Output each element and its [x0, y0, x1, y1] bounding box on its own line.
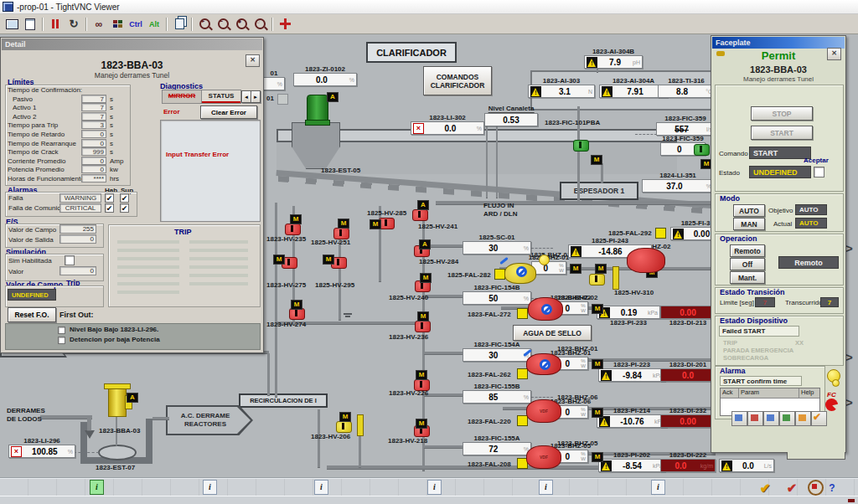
instrument-1823-FIC-359[interactable]: 1823-FIC-359557l/s	[656, 122, 715, 136]
off-button[interactable]: Off	[730, 258, 765, 270]
instrument-1823-PI-202[interactable]: 1823-PI-202-8.54kPa	[598, 459, 665, 472]
first-out-checkbox[interactable]	[58, 337, 65, 344]
mode-badge-m[interactable]: M	[592, 408, 603, 418]
group-display-icon[interactable]	[779, 411, 795, 426]
instrument-1823-AI-303[interactable]: 1823-AI-3033.1N	[528, 85, 595, 98]
instrument-1823-FIC-154B[interactable]: 1823-FIC-154B50%	[463, 291, 531, 305]
auto-button[interactable]: AUTO	[733, 204, 765, 217]
instrument-1823-FIC-155B[interactable]: 1823-FIC-155B85%	[463, 390, 531, 404]
limites-value[interactable]: 999	[81, 147, 106, 156]
mode-badge-m[interactable]: M	[595, 264, 607, 274]
mode-badge-m[interactable]: M	[592, 304, 603, 314]
tab-scroll-right-icon[interactable]: ►	[251, 90, 261, 103]
trend-icon[interactable]	[763, 411, 779, 426]
limites-value[interactable]: 0	[81, 130, 106, 138]
valve-icon[interactable]	[589, 274, 605, 285]
mode-badge-m[interactable]: M	[592, 452, 603, 462]
falla-com-sup-checkbox[interactable]: ✔	[120, 203, 129, 213]
limites-value[interactable]: 7	[81, 103, 106, 111]
faceplate-titlebar[interactable]: Faceplate	[712, 37, 845, 49]
instrument-1823-FIC-154A[interactable]: 1823-FIC-154A30%	[463, 348, 531, 362]
rake-motor-icon[interactable]	[307, 95, 328, 123]
mode-badge-a[interactable]: A	[417, 200, 429, 210]
instrument-1823-DI-232[interactable]: 1823-DI-2320.00	[660, 414, 716, 428]
valve-icon[interactable]	[336, 421, 352, 433]
alarm-square[interactable]	[517, 368, 528, 379]
help-button[interactable]: ?	[824, 480, 840, 496]
mode-badge-m[interactable]: M	[420, 273, 432, 283]
limites-value[interactable]: 3	[81, 121, 106, 129]
ack-check-icon[interactable]: ✔	[811, 411, 827, 426]
falla-hab-checkbox[interactable]: ✔	[105, 193, 114, 203]
mode-badge-m[interactable]: M	[291, 300, 302, 310]
valve-icon[interactable]	[414, 379, 430, 391]
mode-badge-a[interactable]: A	[419, 239, 431, 249]
valor-campo-value[interactable]: 255	[59, 224, 96, 234]
comandos-clarificador-button[interactable]: COMANDOSCLARIFICADOR	[423, 66, 492, 95]
mode-badge-a[interactable]: A	[127, 393, 138, 403]
falla-sup-checkbox[interactable]: ✔	[120, 193, 129, 203]
instrument-1825-BHZ-01[interactable]: 1825-BHZ-010%W	[531, 261, 566, 275]
valve-icon[interactable]	[412, 209, 428, 221]
mode-badge-m[interactable]: M	[290, 214, 302, 224]
alarm-square[interactable]	[655, 228, 666, 239]
mode-badge-m[interactable]: M	[338, 219, 349, 229]
stop-button[interactable]: STOP	[751, 106, 813, 121]
valve-icon[interactable]	[694, 144, 710, 156]
mode-badge-m[interactable]: M	[416, 370, 427, 380]
limites-value[interactable]: 0	[81, 157, 106, 165]
mode-badge-m[interactable]: M	[417, 311, 429, 321]
instrument-1823-FIC-155A[interactable]: 1823-FIC-155A72%	[463, 442, 531, 455]
mode-badge-m[interactable]: M	[591, 155, 602, 165]
mode-badge-a[interactable]: A	[327, 92, 339, 102]
pump-icon[interactable]	[627, 248, 665, 273]
limites-value[interactable]: ****	[81, 174, 106, 183]
agua-de-sello-button[interactable]: AGUA DE SELLO	[513, 325, 592, 341]
info-button[interactable]: i	[651, 480, 665, 495]
sim-hab-checkbox[interactable]	[65, 255, 75, 265]
info-button[interactable]: i	[427, 480, 442, 495]
instrument-value[interactable]: 0.0L/s	[719, 459, 774, 472]
mant-button[interactable]: Mant.	[730, 271, 765, 284]
instrument-1823-TI-316[interactable]: 1823-TI-3168.8°C	[658, 85, 715, 98]
tab-mirror[interactable]: MIRROR	[162, 90, 202, 104]
valve-icon[interactable]	[573, 140, 589, 152]
instrument-1825-SC-01[interactable]: 1825-SC-0130%	[463, 241, 531, 255]
limites-value[interactable]: 0	[81, 139, 106, 147]
info-button[interactable]: i	[90, 480, 104, 495]
instrument-1824-LI-351[interactable]: 1824-LI-35137.0%	[642, 179, 714, 193]
instrument-1823-DI-222[interactable]: 1823-DI-2220.0kg/m	[660, 459, 716, 472]
instrument-1823-PI-233[interactable]: 1823-PI-2330.19kPa	[597, 306, 660, 319]
page-chevron-right[interactable]: >	[845, 395, 853, 409]
chart-edit-icon[interactable]	[795, 411, 811, 426]
mode-badge-m[interactable]: M	[570, 264, 581, 274]
mode-badge-m[interactable]: M	[592, 359, 603, 369]
aceptar-checkbox[interactable]	[814, 167, 824, 177]
mode-badge-m[interactable]: M	[273, 255, 285, 265]
limites-value[interactable]: 0	[81, 165, 106, 173]
instrument-1823-LI-296[interactable]: 1823-LI-296×100.85%	[8, 445, 75, 458]
limites-value[interactable]: 7	[81, 95, 106, 103]
valve-icon[interactable]	[285, 224, 301, 235]
info-button[interactable]: i	[314, 480, 328, 495]
instrument-1823-DI-201[interactable]: 1823-DI-2010.0	[660, 368, 716, 382]
mode-badge-m[interactable]: M	[339, 412, 351, 422]
instrument-01[interactable]: 01%	[263, 77, 285, 90]
tab-status[interactable]: STATUS	[201, 90, 241, 104]
alarm-summary-icon[interactable]	[747, 411, 763, 426]
close-icon[interactable]: ✕	[827, 48, 841, 60]
first-out-checkbox[interactable]	[58, 327, 65, 334]
report-search-icon[interactable]	[731, 411, 747, 426]
reset-fo-button[interactable]: Reset F.O.	[8, 307, 56, 322]
bba03-pump-icon[interactable]	[108, 388, 127, 417]
remoto-button[interactable]: Remoto	[730, 244, 765, 257]
instrument-Nivel Canaleta[interactable]: Nivel Canaleta0.53	[484, 113, 538, 126]
valve-icon[interactable]	[333, 228, 349, 239]
detail-panel-titlebar[interactable]: Detail	[2, 39, 262, 50]
mode-badge-m[interactable]: M	[323, 255, 334, 265]
clear-error-button[interactable]: Clear Error	[200, 105, 257, 119]
limites-value[interactable]: 7	[81, 112, 106, 121]
instrument-1823-AI-304B[interactable]: 1823-AI-304B7.9pH	[584, 55, 643, 69]
valor-salida-value[interactable]: 0	[59, 234, 96, 244]
sim-valor-value[interactable]: 0	[59, 266, 96, 275]
